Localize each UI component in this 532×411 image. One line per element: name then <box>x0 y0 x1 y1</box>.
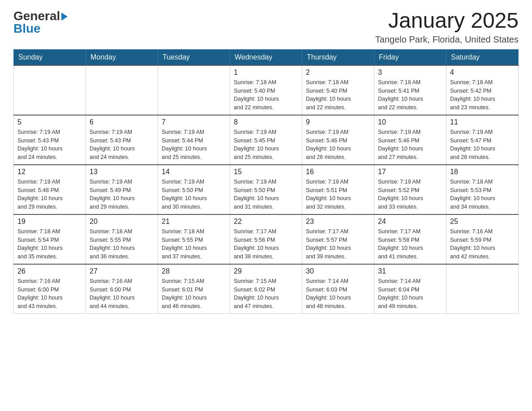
day-number: 10 <box>378 118 442 126</box>
cell-week1-day4: 2Sunrise: 7:18 AMSunset: 5:40 PMDaylight… <box>302 65 374 115</box>
day-info: Sunrise: 7:18 AMSunset: 5:41 PMDaylight:… <box>378 78 442 112</box>
location-title: Tangelo Park, Florida, United States <box>375 34 519 45</box>
cell-week2-day2: 7Sunrise: 7:19 AMSunset: 5:44 PMDaylight… <box>158 115 230 165</box>
day-info: Sunrise: 7:18 AMSunset: 5:40 PMDaylight:… <box>234 78 298 112</box>
day-number: 14 <box>162 168 226 176</box>
cell-week3-day1: 13Sunrise: 7:19 AMSunset: 5:49 PMDayligh… <box>86 165 158 214</box>
cell-week4-day5: 24Sunrise: 7:17 AMSunset: 5:58 PMDayligh… <box>374 214 446 264</box>
day-info: Sunrise: 7:17 AMSunset: 5:56 PMDaylight:… <box>234 227 298 261</box>
cell-week4-day6: 25Sunrise: 7:16 AMSunset: 5:59 PMDayligh… <box>446 214 519 264</box>
day-info: Sunrise: 7:19 AMSunset: 5:47 PMDaylight:… <box>450 128 515 162</box>
calendar-header-row: Sunday Monday Tuesday Wednesday Thursday… <box>14 49 519 65</box>
day-number: 6 <box>90 118 154 126</box>
day-number: 31 <box>378 267 442 275</box>
page-header: General Blue January 2025 Tangelo Park, … <box>13 9 519 45</box>
cell-week4-day1: 20Sunrise: 7:18 AMSunset: 5:55 PMDayligh… <box>86 214 158 264</box>
cell-week1-day2 <box>158 65 230 115</box>
cell-week3-day2: 14Sunrise: 7:19 AMSunset: 5:50 PMDayligh… <box>158 165 230 214</box>
cell-week3-day6: 18Sunrise: 7:18 AMSunset: 5:53 PMDayligh… <box>446 165 519 214</box>
cell-week3-day0: 12Sunrise: 7:19 AMSunset: 5:48 PMDayligh… <box>14 165 86 214</box>
day-info: Sunrise: 7:15 AMSunset: 6:01 PMDaylight:… <box>162 277 226 311</box>
cell-week2-day5: 10Sunrise: 7:19 AMSunset: 5:46 PMDayligh… <box>374 115 446 165</box>
day-info: Sunrise: 7:14 AMSunset: 6:03 PMDaylight:… <box>306 277 370 311</box>
day-number: 25 <box>450 218 515 226</box>
col-saturday: Saturday <box>446 49 519 65</box>
col-monday: Monday <box>86 49 158 65</box>
day-number: 29 <box>234 267 298 275</box>
cell-week4-day0: 19Sunrise: 7:18 AMSunset: 5:54 PMDayligh… <box>14 214 86 264</box>
day-info: Sunrise: 7:19 AMSunset: 5:46 PMDaylight:… <box>378 128 442 162</box>
cell-week1-day0 <box>14 65 86 115</box>
cell-week3-day3: 15Sunrise: 7:19 AMSunset: 5:50 PMDayligh… <box>230 165 302 214</box>
calendar-table: Sunday Monday Tuesday Wednesday Thursday… <box>13 49 519 314</box>
col-friday: Friday <box>374 49 446 65</box>
day-number: 30 <box>306 267 370 275</box>
week-row-2: 5Sunrise: 7:19 AMSunset: 5:43 PMDaylight… <box>14 115 519 165</box>
cell-week2-day3: 8Sunrise: 7:19 AMSunset: 5:45 PMDaylight… <box>230 115 302 165</box>
day-number: 11 <box>450 118 515 126</box>
day-number: 7 <box>162 118 226 126</box>
day-number: 1 <box>234 68 298 77</box>
day-number: 24 <box>378 218 442 226</box>
cell-week1-day1 <box>86 65 158 115</box>
day-number: 22 <box>234 218 298 226</box>
week-row-1: 1Sunrise: 7:18 AMSunset: 5:40 PMDaylight… <box>14 65 519 115</box>
day-number: 28 <box>162 267 226 275</box>
day-number: 17 <box>378 168 442 176</box>
day-number: 3 <box>378 68 442 77</box>
day-info: Sunrise: 7:19 AMSunset: 5:52 PMDaylight:… <box>378 178 442 211</box>
day-info: Sunrise: 7:17 AMSunset: 5:57 PMDaylight:… <box>306 227 370 261</box>
day-info: Sunrise: 7:18 AMSunset: 5:55 PMDaylight:… <box>162 227 226 261</box>
day-number: 26 <box>17 267 82 275</box>
day-number: 5 <box>17 118 82 126</box>
cell-week5-day2: 28Sunrise: 7:15 AMSunset: 6:01 PMDayligh… <box>158 264 230 314</box>
cell-week5-day3: 29Sunrise: 7:15 AMSunset: 6:02 PMDayligh… <box>230 264 302 314</box>
day-number: 13 <box>90 168 154 176</box>
day-info: Sunrise: 7:16 AMSunset: 6:00 PMDaylight:… <box>17 277 82 311</box>
col-sunday: Sunday <box>14 49 86 65</box>
month-title: January 2025 <box>375 9 519 33</box>
day-info: Sunrise: 7:18 AMSunset: 5:54 PMDaylight:… <box>17 227 82 261</box>
day-info: Sunrise: 7:19 AMSunset: 5:49 PMDaylight:… <box>90 178 154 211</box>
day-number: 21 <box>162 218 226 226</box>
cell-week1-day6: 4Sunrise: 7:18 AMSunset: 5:42 PMDaylight… <box>446 65 519 115</box>
cell-week1-day5: 3Sunrise: 7:18 AMSunset: 5:41 PMDaylight… <box>374 65 446 115</box>
cell-week2-day0: 5Sunrise: 7:19 AMSunset: 5:43 PMDaylight… <box>14 115 86 165</box>
cell-week4-day3: 22Sunrise: 7:17 AMSunset: 5:56 PMDayligh… <box>230 214 302 264</box>
week-row-4: 19Sunrise: 7:18 AMSunset: 5:54 PMDayligh… <box>14 214 519 264</box>
cell-week4-day4: 23Sunrise: 7:17 AMSunset: 5:57 PMDayligh… <box>302 214 374 264</box>
cell-week1-day3: 1Sunrise: 7:18 AMSunset: 5:40 PMDaylight… <box>230 65 302 115</box>
day-number: 27 <box>90 267 154 275</box>
day-info: Sunrise: 7:19 AMSunset: 5:46 PMDaylight:… <box>306 128 370 162</box>
cell-week3-day4: 16Sunrise: 7:19 AMSunset: 5:51 PMDayligh… <box>302 165 374 214</box>
day-info: Sunrise: 7:19 AMSunset: 5:50 PMDaylight:… <box>162 178 226 211</box>
cell-week3-day5: 17Sunrise: 7:19 AMSunset: 5:52 PMDayligh… <box>374 165 446 214</box>
day-number: 4 <box>450 68 515 77</box>
day-number: 2 <box>306 68 370 77</box>
day-info: Sunrise: 7:18 AMSunset: 5:40 PMDaylight:… <box>306 78 370 112</box>
day-info: Sunrise: 7:17 AMSunset: 5:58 PMDaylight:… <box>378 227 442 261</box>
logo: General Blue <box>13 9 68 36</box>
cell-week5-day5: 31Sunrise: 7:14 AMSunset: 6:04 PMDayligh… <box>374 264 446 314</box>
cell-week4-day2: 21Sunrise: 7:18 AMSunset: 5:55 PMDayligh… <box>158 214 230 264</box>
day-info: Sunrise: 7:19 AMSunset: 5:45 PMDaylight:… <box>234 128 298 162</box>
day-number: 19 <box>17 218 82 226</box>
day-info: Sunrise: 7:18 AMSunset: 5:53 PMDaylight:… <box>450 178 515 211</box>
day-number: 9 <box>306 118 370 126</box>
cell-week5-day1: 27Sunrise: 7:16 AMSunset: 6:00 PMDayligh… <box>86 264 158 314</box>
day-info: Sunrise: 7:19 AMSunset: 5:51 PMDaylight:… <box>306 178 370 211</box>
title-block: January 2025 Tangelo Park, Florida, Unit… <box>375 9 519 45</box>
day-number: 20 <box>90 218 154 226</box>
day-number: 12 <box>17 168 82 176</box>
cell-week2-day4: 9Sunrise: 7:19 AMSunset: 5:46 PMDaylight… <box>302 115 374 165</box>
cell-week5-day0: 26Sunrise: 7:16 AMSunset: 6:00 PMDayligh… <box>14 264 86 314</box>
cell-week5-day4: 30Sunrise: 7:14 AMSunset: 6:03 PMDayligh… <box>302 264 374 314</box>
day-info: Sunrise: 7:15 AMSunset: 6:02 PMDaylight:… <box>234 277 298 311</box>
day-number: 8 <box>234 118 298 126</box>
day-number: 18 <box>450 168 515 176</box>
day-number: 23 <box>306 218 370 226</box>
day-info: Sunrise: 7:14 AMSunset: 6:04 PMDaylight:… <box>378 277 442 311</box>
day-info: Sunrise: 7:18 AMSunset: 5:55 PMDaylight:… <box>90 227 154 261</box>
week-row-5: 26Sunrise: 7:16 AMSunset: 6:00 PMDayligh… <box>14 264 519 314</box>
day-info: Sunrise: 7:19 AMSunset: 5:44 PMDaylight:… <box>162 128 226 162</box>
